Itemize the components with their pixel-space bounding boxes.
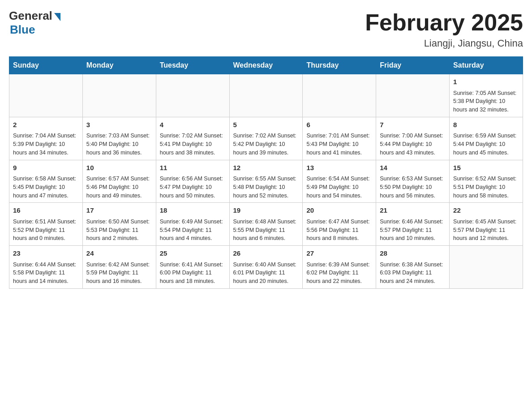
day-number: 14 [380,163,446,173]
day-info: Sunrise: 6:44 AM Sunset: 5:58 PM Dayligh… [13,261,79,286]
day-info: Sunrise: 6:50 AM Sunset: 5:53 PM Dayligh… [86,218,152,243]
day-number: 9 [13,163,79,173]
day-info: Sunrise: 7:00 AM Sunset: 5:44 PM Dayligh… [380,132,446,157]
month-title: February 2025 [365,9,523,36]
day-of-week-header: Monday [82,57,156,74]
day-number: 25 [160,248,226,259]
day-number: 28 [380,248,446,259]
calendar-cell: 15Sunrise: 6:52 AM Sunset: 5:51 PM Dayli… [450,160,523,203]
calendar-cell: 2Sunrise: 7:04 AM Sunset: 5:39 PM Daylig… [9,117,83,160]
calendar-cell: 18Sunrise: 6:49 AM Sunset: 5:54 PM Dayli… [156,203,229,246]
day-number: 8 [453,120,519,130]
calendar-cell: 12Sunrise: 6:55 AM Sunset: 5:48 PM Dayli… [229,160,303,203]
calendar-cell [156,74,229,117]
day-number: 19 [233,206,299,216]
day-number: 24 [86,248,152,259]
day-number: 10 [86,163,152,173]
calendar-cell: 11Sunrise: 6:56 AM Sunset: 5:47 PM Dayli… [156,160,229,203]
day-number: 3 [86,120,152,130]
calendar-week-row: 23Sunrise: 6:44 AM Sunset: 5:58 PM Dayli… [9,246,523,289]
calendar-cell: 8Sunrise: 6:59 AM Sunset: 5:44 PM Daylig… [450,117,523,160]
day-info: Sunrise: 6:46 AM Sunset: 5:57 PM Dayligh… [380,218,446,243]
day-number: 1 [453,77,519,87]
day-number: 17 [86,206,152,216]
logo-arrow-icon [54,13,60,21]
calendar-cell: 10Sunrise: 6:57 AM Sunset: 5:46 PM Dayli… [82,160,156,203]
day-info: Sunrise: 6:40 AM Sunset: 6:01 PM Dayligh… [233,261,299,286]
day-number: 22 [453,206,519,216]
day-number: 4 [160,120,226,130]
calendar-cell: 7Sunrise: 7:00 AM Sunset: 5:44 PM Daylig… [376,117,450,160]
day-of-week-header: Friday [376,57,450,74]
logo-general-text: General [9,9,52,23]
calendar-cell [229,74,303,117]
calendar-cell: 22Sunrise: 6:45 AM Sunset: 5:57 PM Dayli… [450,203,523,246]
logo-blue-text: Blue [10,23,60,37]
day-of-week-header: Sunday [9,57,83,74]
logo: General Blue [9,9,60,37]
day-info: Sunrise: 7:01 AM Sunset: 5:43 PM Dayligh… [306,132,372,157]
day-number: 6 [306,120,372,130]
day-info: Sunrise: 6:39 AM Sunset: 6:02 PM Dayligh… [306,261,372,286]
calendar-cell: 20Sunrise: 6:47 AM Sunset: 5:56 PM Dayli… [303,203,376,246]
calendar-header-row: SundayMondayTuesdayWednesdayThursdayFrid… [9,57,523,74]
day-info: Sunrise: 7:03 AM Sunset: 5:40 PM Dayligh… [86,132,152,157]
day-info: Sunrise: 6:56 AM Sunset: 5:47 PM Dayligh… [160,175,226,200]
page-header: General Blue February 2025 Liangji, Jian… [9,9,523,49]
calendar-cell: 25Sunrise: 6:41 AM Sunset: 6:00 PM Dayli… [156,246,229,289]
day-of-week-header: Tuesday [156,57,229,74]
day-info: Sunrise: 6:38 AM Sunset: 6:03 PM Dayligh… [380,261,446,286]
day-number: 5 [233,120,299,130]
day-info: Sunrise: 7:02 AM Sunset: 5:42 PM Dayligh… [233,132,299,157]
day-info: Sunrise: 6:51 AM Sunset: 5:52 PM Dayligh… [13,218,79,243]
calendar-week-row: 2Sunrise: 7:04 AM Sunset: 5:39 PM Daylig… [9,117,523,160]
day-number: 7 [380,120,446,130]
calendar-cell: 14Sunrise: 6:53 AM Sunset: 5:50 PM Dayli… [376,160,450,203]
day-number: 11 [160,163,226,173]
day-number: 13 [306,163,372,173]
calendar-cell: 21Sunrise: 6:46 AM Sunset: 5:57 PM Dayli… [376,203,450,246]
day-info: Sunrise: 6:59 AM Sunset: 5:44 PM Dayligh… [453,132,519,157]
title-block: February 2025 Liangji, Jiangsu, China [365,9,523,49]
day-number: 12 [233,163,299,173]
day-info: Sunrise: 6:53 AM Sunset: 5:50 PM Dayligh… [380,175,446,200]
calendar-cell: 4Sunrise: 7:02 AM Sunset: 5:41 PM Daylig… [156,117,229,160]
day-info: Sunrise: 6:52 AM Sunset: 5:51 PM Dayligh… [453,175,519,200]
day-info: Sunrise: 6:41 AM Sunset: 6:00 PM Dayligh… [160,261,226,286]
calendar-cell: 24Sunrise: 6:42 AM Sunset: 5:59 PM Dayli… [82,246,156,289]
calendar-cell: 27Sunrise: 6:39 AM Sunset: 6:02 PM Dayli… [303,246,376,289]
day-info: Sunrise: 6:55 AM Sunset: 5:48 PM Dayligh… [233,175,299,200]
day-number: 20 [306,206,372,216]
day-info: Sunrise: 6:57 AM Sunset: 5:46 PM Dayligh… [86,175,152,200]
calendar-cell: 9Sunrise: 6:58 AM Sunset: 5:45 PM Daylig… [9,160,83,203]
day-number: 16 [13,206,79,216]
day-info: Sunrise: 6:47 AM Sunset: 5:56 PM Dayligh… [306,218,372,243]
calendar-cell: 6Sunrise: 7:01 AM Sunset: 5:43 PM Daylig… [303,117,376,160]
day-number: 27 [306,248,372,259]
calendar-cell [303,74,376,117]
day-of-week-header: Wednesday [229,57,303,74]
calendar-cell [9,74,83,117]
day-info: Sunrise: 6:48 AM Sunset: 5:55 PM Dayligh… [233,218,299,243]
day-number: 18 [160,206,226,216]
day-info: Sunrise: 6:58 AM Sunset: 5:45 PM Dayligh… [13,175,79,200]
calendar-cell: 5Sunrise: 7:02 AM Sunset: 5:42 PM Daylig… [229,117,303,160]
calendar-cell [450,246,523,289]
calendar-cell: 17Sunrise: 6:50 AM Sunset: 5:53 PM Dayli… [82,203,156,246]
calendar-cell [376,74,450,117]
day-info: Sunrise: 7:04 AM Sunset: 5:39 PM Dayligh… [13,132,79,157]
day-info: Sunrise: 7:05 AM Sunset: 5:38 PM Dayligh… [453,89,519,114]
day-info: Sunrise: 6:54 AM Sunset: 5:49 PM Dayligh… [306,175,372,200]
calendar-cell: 28Sunrise: 6:38 AM Sunset: 6:03 PM Dayli… [376,246,450,289]
calendar-week-row: 1Sunrise: 7:05 AM Sunset: 5:38 PM Daylig… [9,74,523,117]
day-info: Sunrise: 7:02 AM Sunset: 5:41 PM Dayligh… [160,132,226,157]
calendar-table: SundayMondayTuesdayWednesdayThursdayFrid… [9,56,523,289]
day-number: 26 [233,248,299,259]
day-number: 23 [13,248,79,259]
calendar-week-row: 16Sunrise: 6:51 AM Sunset: 5:52 PM Dayli… [9,203,523,246]
day-info: Sunrise: 6:49 AM Sunset: 5:54 PM Dayligh… [160,218,226,243]
day-number: 21 [380,206,446,216]
day-number: 15 [453,163,519,173]
calendar-cell: 3Sunrise: 7:03 AM Sunset: 5:40 PM Daylig… [82,117,156,160]
day-number: 2 [13,120,79,130]
